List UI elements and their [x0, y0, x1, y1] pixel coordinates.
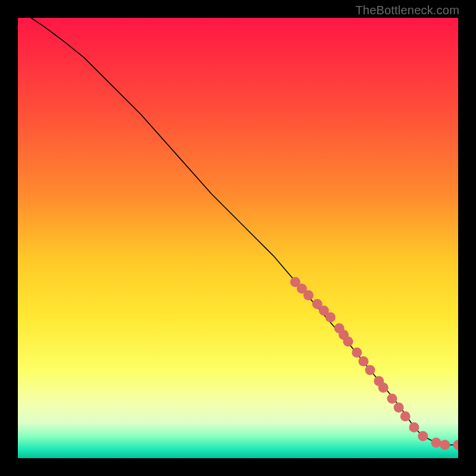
data-point: [343, 336, 353, 346]
gradient-background: [18, 18, 458, 458]
data-point: [358, 356, 368, 367]
data-point: [378, 383, 389, 393]
plot-area: [18, 18, 458, 458]
chart-stage: TheBottleneck.com: [0, 0, 476, 476]
data-point: [303, 290, 314, 300]
data-point: [400, 411, 411, 421]
chart-svg: [18, 18, 458, 458]
data-point: [440, 440, 450, 450]
data-point: [418, 431, 428, 441]
data-point: [352, 347, 362, 358]
data-point: [387, 394, 397, 404]
watermark-text: TheBottleneck.com: [355, 4, 459, 17]
data-point: [365, 365, 375, 375]
data-point: [431, 438, 441, 448]
data-point: [394, 402, 404, 412]
data-point: [325, 312, 336, 322]
data-point: [409, 422, 419, 433]
